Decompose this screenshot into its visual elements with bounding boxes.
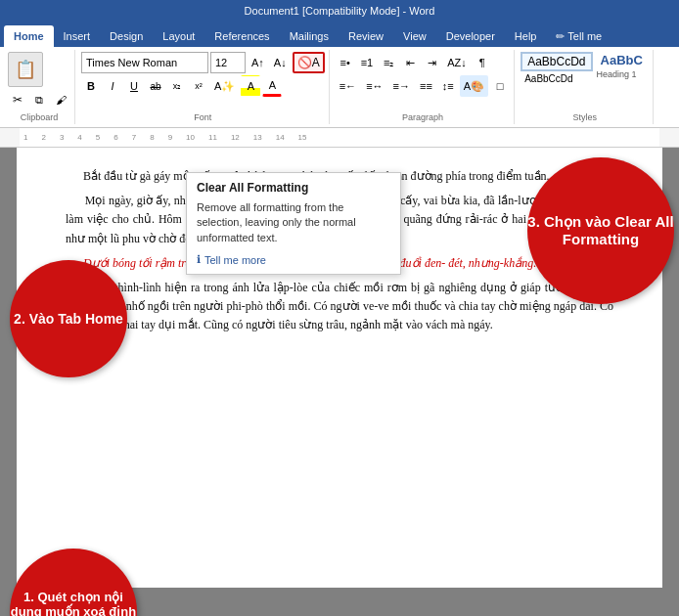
tab-layout[interactable]: Layout bbox=[153, 25, 204, 47]
styles-group-label: Styles bbox=[521, 110, 649, 122]
grow-font-button[interactable]: A↑ bbox=[248, 52, 268, 73]
superscript-button[interactable]: x² bbox=[189, 75, 208, 97]
tab-design[interactable]: Design bbox=[100, 25, 153, 47]
subscript-button[interactable]: x₂ bbox=[167, 75, 187, 97]
tab-insert[interactable]: Insert bbox=[54, 25, 101, 47]
text-effect-button[interactable]: A✨ bbox=[210, 75, 239, 97]
style-no-spacing[interactable]: AaBbCcDd bbox=[521, 72, 592, 85]
caf-tell-me-more[interactable]: ℹ Tell me more bbox=[197, 253, 390, 266]
clear-formatting-button[interactable]: 🚫A bbox=[293, 52, 325, 73]
font-group: A↑ A↓ 🚫A B I U ab x₂ x² A✨ A A Font bbox=[77, 50, 330, 124]
border-button[interactable]: □ bbox=[490, 75, 510, 97]
heading1-label: Heading 1 bbox=[597, 69, 647, 79]
tab-review[interactable]: Review bbox=[339, 25, 393, 47]
font-color-button[interactable]: A bbox=[262, 75, 282, 97]
tab-home[interactable]: Home bbox=[4, 25, 54, 47]
shrink-font-button[interactable]: A↓ bbox=[270, 52, 291, 73]
styles-group: AaBbCcDd AaBbCcDd AaBbC Heading 1 Styles bbox=[517, 50, 654, 124]
line-spacing-button[interactable]: ↕≡ bbox=[438, 75, 458, 97]
increase-indent-button[interactable]: ⇥ bbox=[422, 52, 441, 73]
sort-button[interactable]: AZ↓ bbox=[443, 52, 471, 73]
app-window: Document1 [Compatibility Mode] - Word Ho… bbox=[0, 0, 679, 616]
paste-button[interactable]: 📋 bbox=[8, 52, 43, 87]
text-highlight-button[interactable]: A bbox=[241, 75, 260, 97]
tab-view[interactable]: View bbox=[393, 25, 436, 47]
copy-button[interactable]: ⧉ bbox=[29, 89, 49, 110]
info-icon: ℹ bbox=[197, 253, 201, 266]
clipboard-group: 📋 ✂ ⧉ 🖌 Clipboard bbox=[4, 50, 75, 124]
ribbon-tabs: Home Insert Design Layout References Mai… bbox=[0, 22, 679, 47]
numbering-button[interactable]: ≡1 bbox=[357, 52, 378, 73]
tab-help[interactable]: Help bbox=[505, 25, 547, 47]
ruler: 12345 678910 1112131415 bbox=[0, 128, 679, 148]
underline-button[interactable]: U bbox=[124, 75, 144, 97]
strikethrough-button[interactable]: ab bbox=[146, 75, 165, 97]
ribbon-toolbar: 📋 ✂ ⧉ 🖌 Clipboard A↑ A↓ 🚫A B bbox=[0, 47, 679, 128]
font-name-input[interactable] bbox=[81, 52, 208, 73]
style-normal[interactable]: AaBbCcDd bbox=[521, 52, 592, 71]
tab-references[interactable]: References bbox=[204, 25, 279, 47]
tab-mailings[interactable]: Mailings bbox=[280, 25, 339, 47]
paragraph-group-label: Paragraph bbox=[336, 110, 510, 122]
bold-button[interactable]: B bbox=[81, 75, 101, 97]
tab-developer[interactable]: Developer bbox=[436, 25, 505, 47]
align-left-button[interactable]: ≡← bbox=[336, 75, 360, 97]
caf-popup-title: Clear All Formatting bbox=[197, 181, 390, 195]
paragraph-group: ≡• ≡1 ≡₂ ⇤ ⇥ AZ↓ ¶ ≡← ≡↔ ≡→ ≡≡ ↕≡ A🎨 □ P… bbox=[332, 50, 515, 124]
caf-popup-desc: Remove all formatting from the selection… bbox=[197, 200, 390, 245]
clipboard-label: Clipboard bbox=[8, 110, 70, 122]
font-size-input[interactable] bbox=[210, 52, 246, 73]
cut-button[interactable]: ✂ bbox=[8, 89, 27, 110]
caf-popup: Clear All Formatting Remove all formatti… bbox=[186, 172, 401, 275]
italic-button[interactable]: I bbox=[103, 75, 122, 97]
bullets-button[interactable]: ≡• bbox=[336, 52, 355, 73]
show-para-button[interactable]: ¶ bbox=[473, 52, 492, 73]
align-right-button[interactable]: ≡→ bbox=[389, 75, 414, 97]
format-painter-button[interactable]: 🖌 bbox=[51, 89, 70, 110]
font-group-label: Font bbox=[81, 110, 325, 122]
callout-tab-home: 2. Vào Tab Home bbox=[10, 260, 127, 377]
style-heading1[interactable]: AaBbC bbox=[597, 52, 647, 68]
callout-clear-formatting: 3. Chọn vào Clear All Formatting bbox=[527, 157, 674, 304]
multilevel-list-button[interactable]: ≡₂ bbox=[379, 52, 398, 73]
decrease-indent-button[interactable]: ⇤ bbox=[400, 52, 420, 73]
align-center-button[interactable]: ≡↔ bbox=[362, 75, 386, 97]
shading-button[interactable]: A🎨 bbox=[460, 75, 488, 97]
title-bar: Document1 [Compatibility Mode] - Word bbox=[0, 0, 679, 22]
title-text: Document1 [Compatibility Mode] - Word bbox=[245, 5, 435, 17]
paragraph-4: tuần thình-lình hiện ra trong ánh lửa lậ… bbox=[66, 279, 613, 335]
tab-tell-me[interactable]: ✏ Tell me bbox=[546, 25, 611, 47]
justify-button[interactable]: ≡≡ bbox=[416, 75, 436, 97]
